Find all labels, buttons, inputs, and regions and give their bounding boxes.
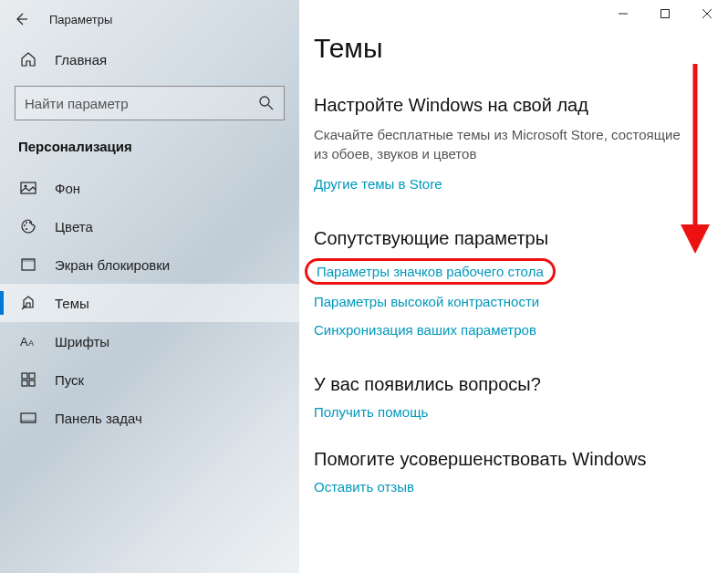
themes-icon (20, 295, 36, 311)
search-input[interactable] (15, 86, 285, 120)
taskbar-icon (20, 410, 36, 426)
sync-settings-link[interactable]: Синхронизация ваших параметров (314, 322, 728, 338)
sidebar-item-label: Цвета (55, 219, 93, 234)
sidebar-item-colors[interactable]: Цвета (0, 207, 299, 245)
minimize-button[interactable] (602, 0, 644, 27)
titlebar: Параметры (0, 9, 299, 40)
sidebar-home-label: Главная (55, 52, 107, 68)
svg-rect-21 (661, 10, 670, 18)
svg-rect-19 (21, 420, 36, 422)
sidebar-item-home[interactable]: Главная (0, 40, 299, 78)
picture-icon (20, 180, 36, 196)
svg-point-7 (29, 222, 31, 224)
svg-point-1 (260, 97, 269, 106)
desktop-icons-link[interactable]: Параметры значков рабочего стола (317, 264, 544, 279)
window-controls (602, 0, 728, 27)
sidebar-item-label: Шрифты (55, 334, 109, 349)
feedback-link[interactable]: Оставить отзыв (314, 479, 728, 495)
customize-block: Настройте Windows на свой лад Скачайте б… (314, 95, 728, 192)
svg-rect-10 (22, 259, 35, 262)
related-block: Сопутствующие параметры Параметры значко… (314, 228, 728, 338)
svg-point-5 (24, 224, 26, 226)
back-icon[interactable] (13, 11, 29, 27)
close-button[interactable] (686, 0, 728, 27)
svg-rect-14 (22, 373, 27, 379)
arrow-annotation (677, 64, 713, 255)
sidebar-item-fonts[interactable]: AA Шрифты (0, 322, 299, 360)
sidebar-item-label: Пуск (55, 372, 84, 388)
feedback-heading: Помогите усовершенствовать Windows (314, 449, 728, 470)
content-area: Темы Настройте Windows на свой лад Скача… (299, 0, 728, 573)
svg-text:A: A (20, 335, 28, 349)
sidebar-item-taskbar[interactable]: Панель задач (0, 399, 299, 437)
search-field[interactable] (25, 96, 258, 111)
window-title: Параметры (49, 13, 112, 26)
svg-point-6 (26, 222, 27, 224)
sidebar-item-label: Панель задач (55, 411, 142, 426)
svg-rect-16 (22, 380, 27, 386)
help-block: У вас появились вопросы? Получить помощь (314, 374, 728, 420)
sidebar-item-label: Фон (55, 181, 80, 196)
fonts-icon: AA (20, 333, 36, 349)
sidebar-item-label: Темы (55, 296, 89, 311)
svg-line-2 (268, 105, 273, 109)
home-icon (20, 51, 36, 68)
svg-rect-15 (29, 373, 35, 379)
help-heading: У вас появились вопросы? (314, 374, 728, 395)
maximize-button[interactable] (644, 0, 686, 27)
customize-heading: Настройте Windows на свой лад (314, 95, 728, 116)
sidebar-item-themes[interactable]: Темы (0, 284, 299, 322)
customize-desc: Скачайте бесплатные темы из Microsoft St… (314, 125, 697, 163)
sidebar: Параметры Главная Персонализация Фон (0, 0, 299, 573)
get-help-link[interactable]: Получить помощь (314, 404, 728, 420)
start-icon (20, 371, 36, 388)
palette-icon (20, 218, 36, 234)
svg-rect-17 (29, 380, 35, 386)
lockscreen-icon (20, 256, 36, 273)
search-icon (258, 95, 275, 111)
settings-window: Параметры Главная Персонализация Фон (0, 0, 728, 573)
sidebar-item-lockscreen[interactable]: Экран блокировки (0, 245, 299, 284)
related-heading: Сопутствующие параметры (314, 228, 728, 249)
svg-point-4 (25, 185, 27, 188)
sidebar-item-label: Экран блокировки (55, 257, 170, 273)
nav-list: Фон Цвета Экран блокировки Темы (0, 169, 299, 437)
store-themes-link[interactable]: Другие темы в Store (314, 176, 728, 192)
svg-point-8 (26, 228, 27, 230)
sidebar-item-start[interactable]: Пуск (0, 360, 299, 399)
sidebar-section-title: Персонализация (0, 135, 299, 169)
high-contrast-link[interactable]: Параметры высокой контрастности (314, 294, 728, 309)
search-container (0, 78, 299, 135)
highlight-annotation: Параметры значков рабочего стола (305, 258, 556, 285)
page-title: Темы (314, 33, 728, 64)
feedback-block: Помогите усовершенствовать Windows Остав… (314, 449, 728, 495)
svg-text:A: A (28, 339, 34, 348)
svg-marker-25 (681, 224, 710, 254)
sidebar-item-background[interactable]: Фон (0, 169, 299, 207)
